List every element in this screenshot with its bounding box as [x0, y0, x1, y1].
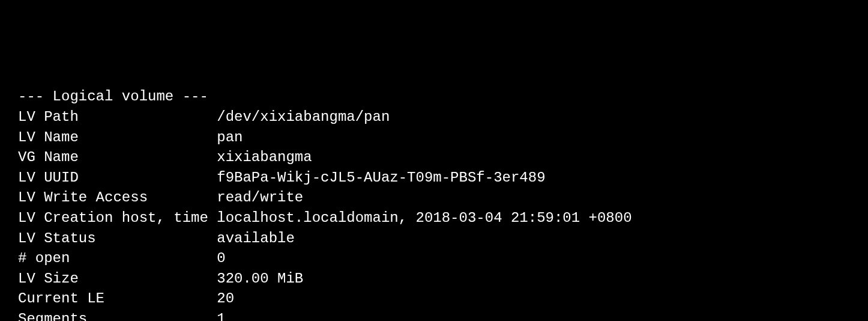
lv-path-value: /dev/xixiabangma/pan [217, 107, 390, 127]
lv-uuid-label: LV UUID [18, 168, 217, 188]
lv-status-label: LV Status [18, 228, 217, 249]
section-header: --- Logical volume --- [18, 87, 868, 107]
lv-name-value: pan [217, 127, 243, 148]
lv-status-row: LV Statusavailable [18, 228, 868, 249]
lv-path-label: LV Path [18, 107, 217, 127]
vg-name-label: VG Name [18, 147, 217, 168]
current-le-row: Current LE20 [18, 289, 868, 309]
vg-name-row: VG Namexixiabangma [18, 147, 868, 168]
segments-label: Segments [18, 309, 217, 321]
lv-name-row: LV Namepan [18, 127, 868, 148]
lv-status-value: available [217, 228, 295, 249]
lv-write-access-row: LV Write Accessread/write [18, 188, 868, 208]
segments-row: Segments1 [18, 309, 868, 321]
lv-size-row: LV Size320.00 MiB [18, 269, 868, 289]
segments-value: 1 [217, 309, 225, 321]
terminal-output: --- Logical volume ---LV Path/dev/xixiab… [18, 87, 868, 321]
lv-write-access-label: LV Write Access [18, 188, 217, 208]
lv-uuid-row: LV UUIDf9BaPa-Wikj-cJL5-AUaz-T09m-PBSf-3… [18, 168, 868, 188]
open-value: 0 [217, 248, 225, 269]
open-row: # open0 [18, 248, 868, 269]
lv-uuid-value: f9BaPa-Wikj-cJL5-AUaz-T09m-PBSf-3er489 [217, 168, 545, 188]
open-label: # open [18, 248, 217, 269]
lv-path-row: LV Path/dev/xixiabangma/pan [18, 107, 868, 127]
current-le-label: Current LE [18, 289, 217, 309]
lv-size-value: 320.00 MiB [217, 269, 303, 289]
current-le-value: 20 [217, 289, 234, 309]
lv-name-label: LV Name [18, 127, 217, 148]
lv-creation-row: LV Creation host, timelocalhost.localdom… [18, 208, 868, 228]
lv-creation-value: localhost.localdomain, 2018-03-04 21:59:… [217, 208, 631, 228]
lv-write-access-value: read/write [217, 188, 303, 208]
lv-creation-label: LV Creation host, time [18, 208, 217, 228]
lv-size-label: LV Size [18, 269, 217, 289]
vg-name-value: xixiabangma [217, 147, 312, 168]
